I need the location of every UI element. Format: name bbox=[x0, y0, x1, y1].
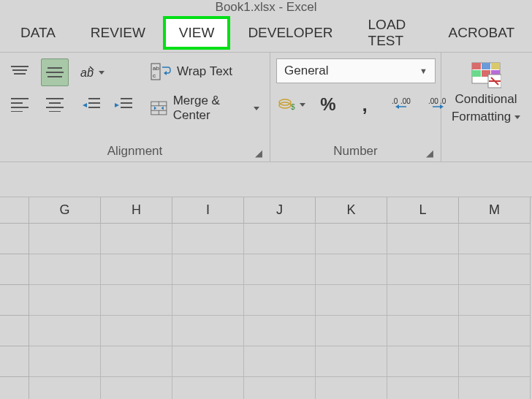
cell[interactable] bbox=[387, 316, 459, 346]
row-header[interactable] bbox=[0, 254, 29, 285]
cell[interactable] bbox=[101, 254, 172, 285]
alignment-dialog-launcher[interactable]: ◢ bbox=[255, 148, 262, 159]
align-left-button[interactable] bbox=[6, 91, 34, 118]
increase-decimal-button[interactable]: .0.00 bbox=[387, 91, 415, 118]
cell[interactable] bbox=[101, 346, 172, 377]
column-header-h[interactable]: H bbox=[101, 197, 172, 224]
row-header[interactable] bbox=[0, 224, 29, 254]
cell[interactable] bbox=[387, 254, 459, 285]
conditional-formatting-button[interactable]: Conditional Formatting bbox=[446, 58, 526, 127]
align-left-icon bbox=[11, 97, 28, 112]
cell[interactable] bbox=[316, 224, 387, 254]
percent-button[interactable]: % bbox=[314, 91, 342, 118]
cell[interactable] bbox=[29, 316, 101, 346]
cell[interactable] bbox=[459, 377, 531, 399]
cell[interactable] bbox=[101, 224, 172, 254]
cell[interactable] bbox=[244, 346, 316, 377]
wrap-text-button[interactable]: abc Wrap Text bbox=[146, 60, 264, 83]
cell[interactable] bbox=[316, 377, 387, 399]
column-header-g[interactable]: G bbox=[29, 197, 101, 224]
column-header-i[interactable]: I bbox=[172, 197, 244, 224]
cell[interactable] bbox=[459, 346, 531, 377]
column-header-k[interactable]: K bbox=[316, 197, 387, 224]
tab-developer[interactable]: DEVELOPER bbox=[230, 18, 350, 48]
number-dialog-launcher[interactable]: ◢ bbox=[426, 148, 433, 159]
svg-text:ab: ab bbox=[153, 65, 159, 72]
cell[interactable] bbox=[172, 254, 244, 285]
cell[interactable] bbox=[244, 285, 316, 316]
tab-view-highlight: VIEW bbox=[163, 16, 231, 50]
group-number-label: Number bbox=[333, 144, 377, 159]
cell[interactable] bbox=[244, 377, 316, 399]
svg-marker-26 bbox=[164, 71, 167, 75]
cell[interactable] bbox=[459, 285, 531, 316]
align-middle-button[interactable] bbox=[41, 58, 69, 86]
cell[interactable] bbox=[172, 346, 244, 377]
conditional-dropdown-icon bbox=[511, 110, 520, 124]
cell[interactable] bbox=[29, 346, 101, 377]
cell[interactable] bbox=[244, 224, 316, 254]
cell[interactable] bbox=[459, 254, 531, 285]
number-format-dropdown[interactable]: General ▼ bbox=[276, 58, 436, 83]
align-top-button[interactable] bbox=[6, 58, 34, 86]
decrease-indent-button[interactable] bbox=[77, 91, 105, 118]
cell[interactable] bbox=[172, 316, 244, 346]
cell[interactable] bbox=[29, 224, 101, 254]
cell[interactable] bbox=[387, 285, 459, 316]
grid-row bbox=[0, 377, 532, 399]
cell[interactable] bbox=[387, 377, 459, 399]
row-header[interactable] bbox=[0, 285, 29, 316]
merge-center-button[interactable]: Merge & Center bbox=[146, 91, 264, 126]
cell[interactable] bbox=[101, 377, 172, 399]
align-center-button[interactable] bbox=[41, 91, 69, 118]
cell[interactable] bbox=[387, 346, 459, 377]
cell[interactable] bbox=[172, 377, 244, 399]
cell[interactable] bbox=[459, 316, 531, 346]
row-header[interactable] bbox=[0, 316, 29, 346]
cell[interactable] bbox=[244, 316, 316, 346]
worksheet: GHIJKLM bbox=[0, 197, 532, 399]
row-header[interactable] bbox=[0, 377, 29, 399]
tab-view[interactable]: VIEW bbox=[166, 19, 228, 47]
column-header-l[interactable]: L bbox=[387, 197, 459, 224]
cell[interactable] bbox=[387, 224, 459, 254]
cell[interactable] bbox=[316, 316, 387, 346]
tab-review[interactable]: REVIEW bbox=[73, 18, 163, 48]
align-middle-icon bbox=[46, 65, 64, 80]
grid-row bbox=[0, 346, 532, 377]
grid-row bbox=[0, 316, 532, 346]
accounting-format-button[interactable]: $ bbox=[278, 91, 305, 118]
cell[interactable] bbox=[244, 254, 316, 285]
number-format-value: General bbox=[284, 64, 328, 78]
cell[interactable] bbox=[459, 224, 531, 254]
orientation-icon: ab bbox=[79, 64, 95, 80]
tab-acrobat[interactable]: ACROBAT bbox=[431, 18, 532, 48]
select-all-corner[interactable] bbox=[0, 197, 29, 224]
cell[interactable] bbox=[316, 346, 387, 377]
svg-text:c: c bbox=[153, 72, 156, 79]
column-header-j[interactable]: J bbox=[244, 197, 316, 224]
comma-button[interactable]: , bbox=[351, 91, 379, 118]
increase-indent-button[interactable] bbox=[110, 91, 137, 118]
cell[interactable] bbox=[316, 285, 387, 316]
orientation-button[interactable]: ab bbox=[77, 58, 105, 86]
cell[interactable] bbox=[101, 316, 172, 346]
tab-load-test[interactable]: LOAD TEST bbox=[351, 10, 431, 56]
merge-center-icon bbox=[151, 99, 167, 117]
grid-row bbox=[0, 254, 532, 285]
cell[interactable] bbox=[101, 285, 172, 316]
cell[interactable] bbox=[316, 254, 387, 285]
column-header-m[interactable]: M bbox=[459, 197, 531, 224]
cell[interactable] bbox=[172, 285, 244, 316]
merge-center-dropdown[interactable] bbox=[250, 101, 259, 115]
cell[interactable] bbox=[172, 224, 244, 254]
wrap-text-icon: abc bbox=[151, 63, 171, 80]
cell[interactable] bbox=[29, 377, 101, 399]
svg-rect-46 bbox=[491, 63, 500, 69]
cell[interactable] bbox=[29, 285, 101, 316]
svg-text:$: $ bbox=[291, 103, 295, 111]
group-alignment-label: Alignment bbox=[107, 144, 163, 159]
tab-data[interactable]: DATA bbox=[3, 18, 73, 48]
row-header[interactable] bbox=[0, 346, 29, 377]
cell[interactable] bbox=[29, 254, 101, 285]
